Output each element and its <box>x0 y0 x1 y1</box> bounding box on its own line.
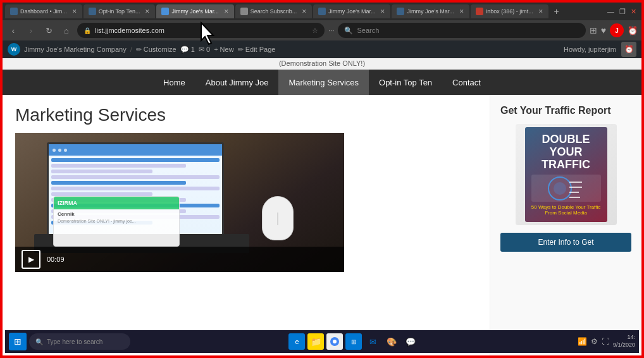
nav-item-about[interactable]: About Jimmy Joe <box>195 70 279 95</box>
tab-icon-dashboard <box>10 8 18 15</box>
tab-search-sub[interactable]: Search Subscrib... ✕ <box>235 4 313 18</box>
wp-site-name[interactable]: Jimmy Joe's Marketing Company <box>24 46 127 53</box>
site-navigation: Home About Jimmy Joe Marketing Services … <box>3 70 641 95</box>
collections-icon[interactable]: ♥ <box>601 25 606 35</box>
screen-dot3 <box>64 149 67 152</box>
tab-close-jimmy2[interactable]: ✕ <box>380 8 385 15</box>
tab-dashboard[interactable]: Dashboard • Jim... ✕ <box>5 4 82 18</box>
tab-close-dashboard[interactable]: ✕ <box>72 8 77 15</box>
tab-close-search[interactable]: ✕ <box>302 8 307 15</box>
tab-label-jimmy: Jimmy Joe's Mar... <box>171 8 218 15</box>
play-button[interactable]: ▶ <box>22 250 40 269</box>
taskbar-icon-edge[interactable]: e <box>288 333 305 350</box>
mouse-line <box>278 213 278 225</box>
toolbar-icons: ⊞ ♥ J ⏰ <box>590 23 638 37</box>
refresh-button[interactable]: ↻ <box>42 23 56 37</box>
lock-icon: 🔒 <box>84 27 91 34</box>
tab-icon-search <box>240 8 248 15</box>
traffic-book-image: DOUBLEYOURTRAFFIC 50 Ways to D <box>516 124 617 225</box>
tab-close-inbox[interactable]: ✕ <box>538 8 543 15</box>
tablet-title: Cennik <box>54 209 179 219</box>
book-chart-icon <box>547 176 585 201</box>
wp-edit-page-link[interactable]: ✏ Edit Page <box>238 46 276 54</box>
tab-label-search: Search Subscrib... <box>251 8 297 15</box>
back-button[interactable]: ‹ <box>6 23 20 37</box>
wp-comments-link[interactable]: 💬 1 <box>180 46 195 54</box>
tab-jimmy-active[interactable]: Jimmy Joe's Mar... ✕ <box>156 4 233 18</box>
tab-label-jimmy3: Jimmy Joe's Mar... <box>407 8 454 15</box>
wp-messages-link[interactable]: ✉ 0 <box>199 46 210 54</box>
svg-point-1 <box>554 182 566 195</box>
more-options-button[interactable]: ··· <box>328 27 334 34</box>
windows-taskbar: ⊞ 🔍 Type here to search e 📁 ⊞ ✉ 🎨 💬 📶 ⚙ … <box>5 330 639 353</box>
forward-button[interactable]: › <box>24 23 38 37</box>
taskbar-search[interactable]: 🔍 Type here to search <box>29 333 130 350</box>
fullscreen-icon[interactable]: ⛶ <box>602 337 609 346</box>
search-icon: 🔍 <box>344 27 353 35</box>
tab-bar: Dashboard • Jim... ✕ Opt-in Top Ten... ✕… <box>3 3 641 20</box>
nav-item-optin[interactable]: Opt-in Top Ten <box>369 70 442 95</box>
wp-clock-icon[interactable]: ⏰ <box>621 42 636 57</box>
minimize-button[interactable]: — <box>607 8 614 15</box>
wp-logo: W <box>8 43 20 56</box>
taskbar-icon-3[interactable]: 💬 <box>402 333 419 350</box>
taskbar-icon-files[interactable]: 📁 <box>307 333 324 350</box>
nav-item-home[interactable]: Home <box>153 70 195 95</box>
tab-inbox[interactable]: Inbox (386) - jimt... ✕ <box>471 4 548 18</box>
close-button[interactable]: ✕ <box>631 8 636 16</box>
book-image-area <box>531 175 601 202</box>
howdy-text: Howdy, jupiterjim <box>564 46 616 53</box>
window-controls: — ❐ ✕ <box>607 8 639 16</box>
tab-close-jimmy3[interactable]: ✕ <box>459 8 464 15</box>
clock-icon[interactable]: ⏰ <box>628 26 638 35</box>
nav-item-marketing[interactable]: Marketing Services <box>278 70 369 95</box>
taskbar-center: e 📁 ⊞ ✉ 🎨 💬 <box>133 333 575 350</box>
settings-icon[interactable]: ⚙ <box>591 337 598 346</box>
taskbar-icon-chrome[interactable] <box>326 333 343 350</box>
wp-customize-link[interactable]: ✏ Customize <box>136 46 176 54</box>
tab-icon-inbox <box>476 8 483 15</box>
tab-label-jimmy2: Jimmy Joe's Mar... <box>328 8 375 15</box>
tab-label-dashboard: Dashboard • Jim... <box>20 8 67 15</box>
new-tab-button[interactable]: + <box>550 4 564 18</box>
profile-button[interactable]: J <box>610 23 624 37</box>
address-bar-row: ‹ › ↻ ⌂ 🔒 list.jjmcdemosites.com ☆ ··· 🔍… <box>3 20 641 40</box>
extensions-icon[interactable]: ⊞ <box>590 25 597 35</box>
search-box[interactable]: 🔍 Search <box>338 23 585 38</box>
taskbar-icon-paint[interactable]: 🎨 <box>383 333 400 350</box>
tab-optin[interactable]: Opt-in Top Ten... ✕ <box>84 4 156 18</box>
tab-jimmy2[interactable]: Jimmy Joe's Mar... ✕ <box>313 4 390 18</box>
screen-line2 <box>51 164 186 168</box>
bookmark-icon[interactable]: ☆ <box>312 27 318 35</box>
book-subtitle: 50 Ways to Double Your Traffic From Soci… <box>531 204 601 216</box>
signal-icon: 📶 <box>578 337 587 346</box>
start-button[interactable]: ⊞ <box>9 333 27 350</box>
screen-line4 <box>51 175 220 179</box>
tablet-subtitle: Demonstration Site ONLY! - jimmy joe... <box>54 219 179 223</box>
book-title: DOUBLEYOURTRAFFIC <box>542 133 590 171</box>
search-placeholder: Search <box>357 27 379 34</box>
enter-info-button[interactable]: Enter Info to Get <box>500 233 631 252</box>
taskbar-icon-store[interactable]: ⊞ <box>345 333 362 350</box>
address-text: list.jjmcdemosites.com <box>95 27 164 34</box>
screen-line3 <box>51 170 152 173</box>
tablet-logo: IZIRMA <box>58 200 77 206</box>
main-content: Marketing Services <box>3 95 490 355</box>
address-bar[interactable]: 🔒 list.jjmcdemosites.com ☆ <box>77 23 325 38</box>
tab-close-optin[interactable]: ✕ <box>145 8 150 15</box>
taskbar-icon-mail[interactable]: ✉ <box>364 333 381 350</box>
tab-close-jimmy[interactable]: ✕ <box>224 8 229 15</box>
tab-jimmy3[interactable]: Jimmy Joe's Mar... ✕ <box>392 4 469 18</box>
nav-item-contact[interactable]: Contact <box>442 70 491 95</box>
screen-line5 <box>51 181 186 185</box>
demo-notice: (Demonstration Site ONLY!) <box>3 58 641 70</box>
taskbar-right: 📶 ⚙ ⛶ 14: 9/1/2020 <box>578 334 635 349</box>
screen-header-bar <box>49 144 222 156</box>
restore-button[interactable]: ❐ <box>619 8 626 16</box>
home-button[interactable]: ⌂ <box>59 23 73 37</box>
svg-point-7 <box>333 340 337 343</box>
tab-icon-jimmy2 <box>318 8 326 15</box>
taskbar-search-text: Type here to search <box>47 338 102 345</box>
wp-right-area: Howdy, jupiterjim ⏰ <box>564 42 636 57</box>
wp-new-link[interactable]: + New <box>214 46 234 53</box>
